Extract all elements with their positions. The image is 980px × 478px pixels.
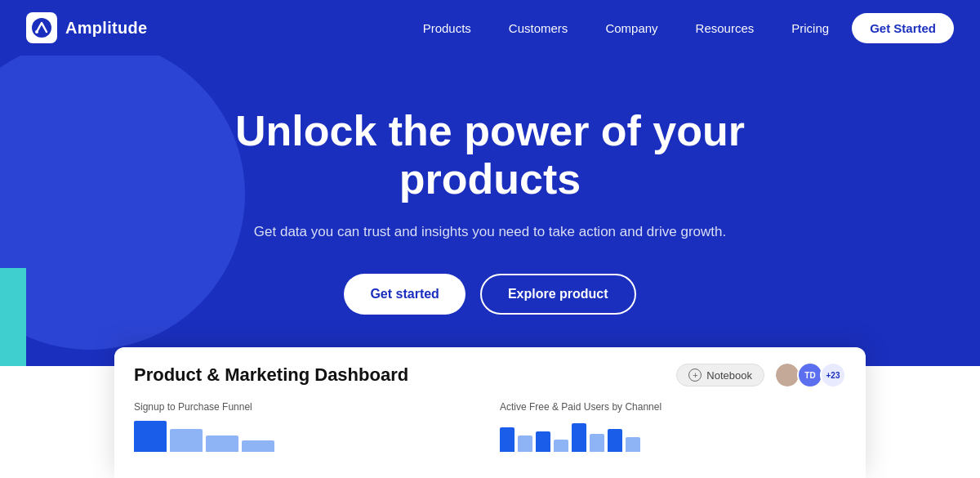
dashboard-card: Product & Marketing Dashboard + Notebook… [114,347,866,478]
avatar-count: +23 [820,362,846,388]
bar-1 [134,421,167,452]
bar-3 [206,436,238,452]
chart2-label: Active Free & Paid Users by Channel [500,401,846,413]
nav-links: Products Customers Company Resources Pri… [408,13,954,43]
nav-resources[interactable]: Resources [681,15,769,42]
dashboard-actions: + Notebook TD +23 [676,362,846,388]
notebook-button[interactable]: + Notebook [676,364,764,386]
svg-point-0 [32,18,51,38]
chart1-bars [134,419,480,452]
hero-buttons: Get started Explore product [204,274,776,315]
dashboard-header: Product & Marketing Dashboard + Notebook… [134,362,846,388]
explore-product-button[interactable]: Explore product [480,274,636,315]
chart-users: Active Free & Paid Users by Channel [500,401,846,452]
bar-u3 [536,431,550,452]
bar-u4 [554,440,568,452]
logo-area: Amplitude [26,12,147,43]
get-started-hero-button[interactable]: Get started [344,274,465,315]
nav-customers[interactable]: Customers [494,15,583,42]
avatar-group: TD +23 [774,362,846,388]
navbar: Amplitude Products Customers Company Res… [0,0,980,56]
bar-u6 [590,434,604,452]
chart1-label: Signup to Purchase Funnel [134,401,480,413]
notebook-label: Notebook [706,369,752,382]
bar-u1 [500,427,514,452]
bar-u2 [518,436,532,452]
nav-products[interactable]: Products [408,15,486,42]
bar-u7 [608,429,622,452]
logo-text: Amplitude [65,19,147,38]
nav-company[interactable]: Company [590,15,672,42]
hero-section: Unlock the power of your products Get da… [0,56,980,366]
hero-subtitle: Get data you can trust and insights you … [204,221,776,243]
dashboard-title: Product & Marketing Dashboard [134,364,408,386]
get-started-nav-button[interactable]: Get Started [852,13,954,43]
logo-icon [26,12,57,43]
bar-u8 [626,437,640,452]
nav-pricing[interactable]: Pricing [777,15,844,42]
teal-decoration [0,268,26,366]
bar-2 [170,429,203,452]
bar-4 [242,440,274,452]
chart2-bars [500,419,846,452]
dashboard-charts: Signup to Purchase Funnel Active Free & … [134,401,846,452]
notebook-icon: + [688,369,702,382]
bar-u5 [572,423,586,452]
chart-funnel: Signup to Purchase Funnel [134,401,480,452]
svg-point-1 [35,30,38,34]
hero-title: Unlock the power of your products [204,107,776,205]
hero-content: Unlock the power of your products Get da… [204,107,776,315]
